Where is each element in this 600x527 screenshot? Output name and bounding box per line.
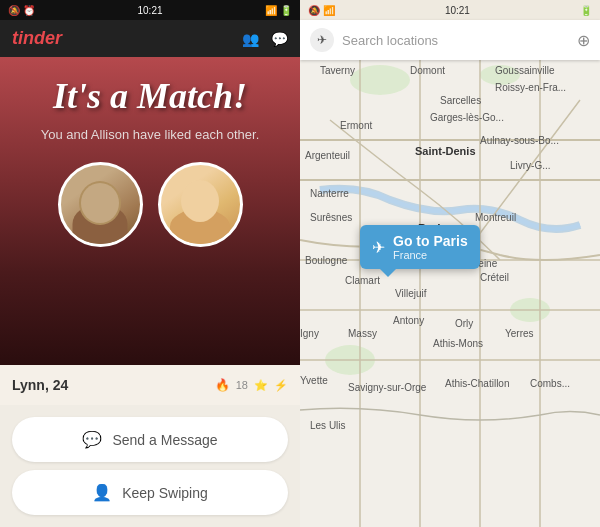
search-plane-icon: ✈ <box>310 28 334 52</box>
tinder-logo: tinder <box>12 28 62 49</box>
status-icons-left: 🔕 ⏰ <box>8 5 35 16</box>
action-buttons: 💬 Send a Message 👤 Keep Swiping <box>0 405 300 527</box>
profile-name: Lynn, 24 <box>12 377 68 393</box>
left-panel: 🔕 ⏰ 10:21 📶 🔋 tinder 👥 💬 It's a Match! Y… <box>0 0 300 527</box>
send-message-button[interactable]: 💬 Send a Message <box>12 417 288 462</box>
avatars-container <box>58 162 243 247</box>
match-title: It's a Match! <box>53 77 247 117</box>
map-search-bar[interactable]: ✈ Search locations ⊕ <box>300 20 600 60</box>
time-right: 10:21 <box>445 5 470 16</box>
keep-swiping-button[interactable]: 👤 Keep Swiping <box>12 470 288 515</box>
map-container: Taverny Domont Goussainville Sarcelles R… <box>300 60 600 527</box>
popup-city: Go to Paris <box>393 233 468 249</box>
messages-icon[interactable]: 💬 <box>271 31 288 47</box>
star-icon: ⭐ <box>254 379 268 392</box>
gps-icon[interactable]: ⊕ <box>577 31 590 50</box>
time-left: 10:21 <box>137 5 162 16</box>
fire-icon: 🔥 <box>215 378 230 392</box>
match-subtitle: You and Allison have liked each other. <box>41 127 260 142</box>
friends-icon[interactable]: 👥 <box>242 31 259 47</box>
paris-popup[interactable]: ✈ Go to Paris France <box>360 225 480 269</box>
popup-country: France <box>393 249 468 261</box>
profile-strip: Lynn, 24 🔥 18 ⭐ ⚡ <box>0 365 300 405</box>
popup-plane-icon: ✈ <box>372 238 385 257</box>
match-background: It's a Match! You and Allison have liked… <box>0 57 300 365</box>
search-input[interactable]: Search locations <box>342 33 569 48</box>
status-bar-left: 🔕 ⏰ 10:21 📶 🔋 <box>0 0 300 20</box>
svg-point-0 <box>350 65 410 95</box>
svg-point-1 <box>480 65 520 85</box>
profile-icons: 🔥 18 ⭐ ⚡ <box>215 378 288 392</box>
status-bar-right: 🔕 📶 10:21 🔋 <box>300 0 600 20</box>
status-icons-right: 🔕 📶 <box>308 5 335 16</box>
avatar-female <box>158 162 243 247</box>
profile-count: 18 <box>236 379 248 391</box>
connectivity-left: 📶 🔋 <box>265 5 292 16</box>
avatar-male <box>58 162 143 247</box>
send-message-label: Send a Message <box>112 432 217 448</box>
popup-text: Go to Paris France <box>393 233 468 261</box>
tinder-header: tinder 👥 💬 <box>0 20 300 57</box>
message-btn-icon: 💬 <box>82 430 102 449</box>
swipe-btn-icon: 👤 <box>92 483 112 502</box>
battery-right: 🔋 <box>580 5 592 16</box>
tinder-header-icons: 👥 💬 <box>242 31 288 47</box>
right-panel: 🔕 📶 10:21 🔋 ✈ Search locations ⊕ <box>300 0 600 527</box>
keep-swiping-label: Keep Swiping <box>122 485 208 501</box>
map-svg <box>300 60 600 527</box>
lightning-icon: ⚡ <box>274 379 288 392</box>
